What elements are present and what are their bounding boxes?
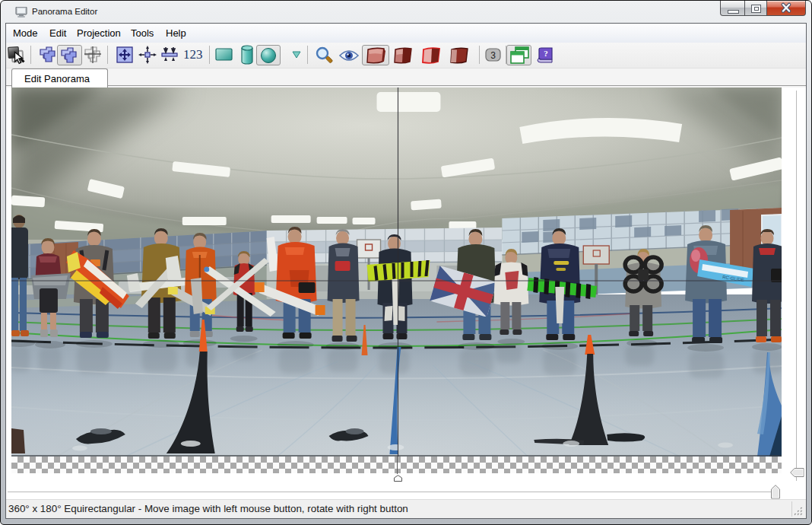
svg-text:3: 3 (490, 50, 496, 61)
svg-text:?: ? (544, 49, 548, 58)
